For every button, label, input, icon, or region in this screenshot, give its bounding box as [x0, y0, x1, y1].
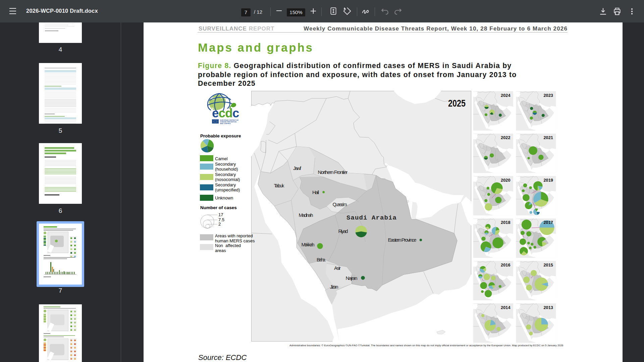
- svg-text:2018: 2018: [501, 220, 510, 225]
- svg-text:ecdc: ecdc: [212, 106, 239, 120]
- svg-text:2: 2: [218, 222, 221, 227]
- svg-text:2024: 2024: [501, 93, 511, 98]
- svg-text:2025: 2025: [448, 98, 466, 109]
- svg-text:Quassim: Quassim: [333, 201, 347, 207]
- svg-text:Jawf: Jawf: [293, 165, 302, 171]
- svg-text:17: 17: [218, 213, 223, 217]
- svg-text:Northern Frontier: Northern Frontier: [318, 169, 348, 175]
- svg-text:Jizan: Jizan: [330, 284, 338, 290]
- svg-text:Eastern Province: Eastern Province: [388, 237, 417, 243]
- svg-text:Makkah: Makkah: [302, 242, 315, 247]
- svg-text:Tabuk: Tabuk: [274, 183, 285, 188]
- svg-text:2022: 2022: [501, 135, 510, 140]
- svg-text:2020: 2020: [501, 178, 510, 183]
- svg-text:2019: 2019: [543, 178, 553, 183]
- svg-text:2014: 2014: [501, 305, 511, 310]
- svg-text:Riyad: Riyad: [338, 228, 348, 234]
- svg-text:2016: 2016: [501, 262, 510, 267]
- svg-text:Baha: Baha: [317, 257, 326, 262]
- svg-text:Hail: Hail: [312, 189, 319, 195]
- svg-text:AND CONTROL: AND CONTROL: [220, 123, 231, 124]
- svg-text:2023: 2023: [543, 93, 553, 98]
- svg-text:2013: 2013: [543, 305, 553, 310]
- svg-text:Asir: Asir: [334, 265, 341, 271]
- svg-text:Saudi Arabia: Saudi Arabia: [346, 214, 397, 222]
- svg-text:2021: 2021: [543, 135, 553, 140]
- svg-text:2015: 2015: [543, 262, 553, 267]
- svg-text:2017: 2017: [543, 220, 553, 225]
- svg-text:Najran: Najran: [346, 275, 358, 281]
- svg-text:Madinah: Madinah: [299, 212, 313, 218]
